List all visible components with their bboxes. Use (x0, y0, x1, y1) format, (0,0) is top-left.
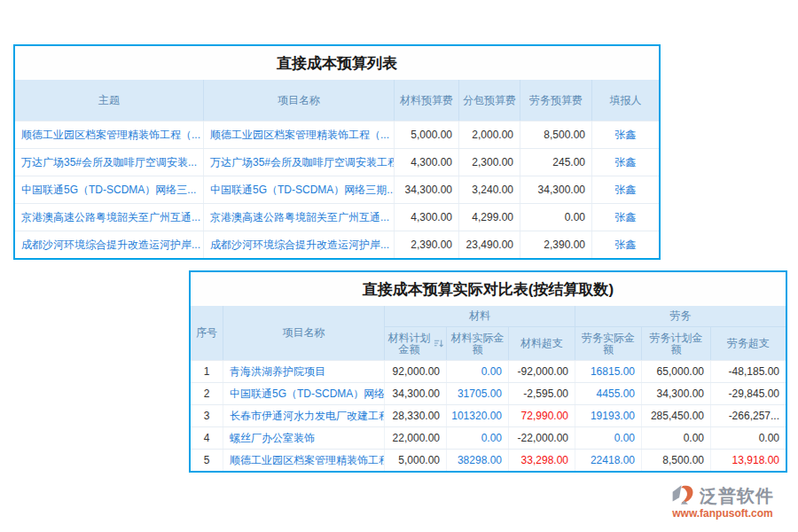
cell-seq: 1 (191, 361, 223, 382)
cell-material-over: -22,000.00 (509, 427, 575, 449)
cell-reporter[interactable]: 张鑫 (592, 149, 659, 176)
cell-material-budget: 4,300.00 (395, 149, 459, 176)
header-subcontract-budget: 分包预算费 (459, 80, 520, 121)
cell-reporter[interactable]: 张鑫 (592, 204, 659, 231)
cell-material-plan: 28,330.00 (385, 405, 447, 426)
cell-labor-actual: 0.00 (575, 427, 642, 449)
cell-labor-plan: 65,000.00 (642, 361, 711, 382)
cell-reporter[interactable]: 张鑫 (592, 121, 659, 148)
group-header-material: 材料 (385, 306, 575, 327)
table-row: 中国联通5G（TD-SCDMA）网络三...中国联通5G（TD-SCDMA）网络… (15, 176, 659, 203)
cell-reporter[interactable]: 张鑫 (592, 231, 659, 258)
vendor-logo: 泛普软件 www.fanpusoft.com (656, 483, 789, 520)
cell-labor-budget: 34,300.00 (520, 176, 592, 203)
cell-labor-budget: 2,390.00 (520, 231, 592, 258)
budget-list-body: 顺德工业园区档案管理精装饰工程（...顺德工业园区档案管理精装饰工程（...5,… (15, 121, 659, 258)
header-material-actual: 材料实际金额 (447, 327, 509, 360)
cell-material-actual: 38298.00 (447, 450, 509, 471)
cell-seq: 3 (191, 405, 223, 426)
cell-labor-over: -48,185.00 (711, 361, 786, 382)
cell-seq: 4 (191, 427, 223, 449)
cell-material-plan: 92,000.00 (385, 361, 447, 382)
cell-subcontract-budget: 2,300.00 (459, 149, 520, 176)
cell-material-over: -2,595.00 (509, 383, 575, 404)
cell-labor-over: -29,845.00 (711, 383, 786, 404)
budget-list-title: 直接成本预算列表 (15, 46, 659, 80)
cell-labor-plan: 34,300.00 (642, 383, 711, 404)
header-labor-actual: 劳务实际金额 (575, 327, 642, 360)
comparison-title: 直接成本预算实际对比表(按结算取数) (191, 272, 786, 306)
cell-material-budget: 2,390.00 (395, 231, 459, 258)
header-labor-over: 劳务超支 (711, 327, 786, 360)
cell-project-name[interactable]: 顺德工业园区档案管理精装饰工程 (223, 450, 385, 471)
cell-labor-plan: 0.00 (642, 427, 711, 449)
header-labor-plan: 劳务计划金额 (642, 327, 711, 360)
header-seq: 序号 (191, 306, 223, 360)
header-project-name: 项目名称 (204, 80, 395, 121)
cell-labor-plan: 8,500.00 (642, 450, 711, 471)
cell-subcontract-budget: 23,490.00 (459, 231, 520, 258)
cell-labor-actual: 22418.00 (575, 450, 642, 471)
cell-project-name[interactable]: 顺德工业园区档案管理精装饰工程（... (204, 121, 395, 148)
cell-labor-actual: 4455.00 (575, 383, 642, 404)
cell-subject[interactable]: 万达广场35#会所及咖啡厅空调安装... (15, 149, 204, 176)
cell-project-name[interactable]: 京港澳高速公路粤境韶关至广州互通... (204, 204, 395, 231)
header-material-over: 材料超支 (509, 327, 575, 360)
cell-subject[interactable]: 中国联通5G（TD-SCDMA）网络三... (15, 176, 204, 203)
cell-project-name[interactable]: 成都沙河环境综合提升改造运河护岸... (204, 231, 395, 258)
vendor-name: 泛普软件 (700, 484, 774, 508)
cell-labor-plan: 285,450.00 (642, 405, 711, 426)
cell-material-actual: 101320.00 (447, 405, 509, 426)
cell-subject[interactable]: 京港澳高速公路粤境韶关至广州互通... (15, 204, 204, 231)
cell-material-budget: 5,000.00 (395, 121, 459, 148)
cell-project-name[interactable]: 中国联通5G（TD-SCDMA）网络三期... (204, 176, 395, 203)
cell-project-name[interactable]: 青海洪湖养护院项目 (223, 361, 385, 382)
table-row: 4螺丝厂办公室装饰22,000.000.00-22,000.000.000.00… (191, 426, 786, 449)
cell-project-name[interactable]: 螺丝厂办公室装饰 (223, 427, 385, 449)
cell-subcontract-budget: 4,299.00 (459, 204, 520, 231)
table-row: 万达广场35#会所及咖啡厅空调安装...万达广场35#会所及咖啡厅空调安装工程4… (15, 148, 659, 176)
cell-material-over: 72,990.00 (509, 405, 575, 426)
table-row: 1青海洪湖养护院项目92,000.000.00-92,000.0016815.0… (191, 360, 786, 382)
sort-amount-icon[interactable] (434, 339, 443, 348)
cell-labor-actual: 19193.00 (575, 405, 642, 426)
cell-project-name[interactable]: 中国联通5G（TD-SCDMA）网络三 (223, 383, 385, 404)
table-row: 京港澳高速公路粤境韶关至广州互通...京港澳高速公路粤境韶关至广州互通...4,… (15, 203, 659, 231)
cell-material-over: -92,000.00 (509, 361, 575, 382)
cell-material-plan: 22,000.00 (385, 427, 447, 449)
cell-project-name[interactable]: 万达广场35#会所及咖啡厅空调安装工程 (204, 149, 395, 176)
cell-subject[interactable]: 顺德工业园区档案管理精装饰工程（... (15, 121, 204, 148)
table-row: 成都沙河环境综合提升改造运河护岸...成都沙河环境综合提升改造运河护岸...2,… (15, 231, 659, 258)
cell-project-name[interactable]: 长春市伊通河水力发电厂改建工程 (223, 405, 385, 426)
header-material-budget: 材料预算费 (395, 80, 459, 121)
cell-subcontract-budget: 3,240.00 (459, 176, 520, 203)
table-row: 顺德工业园区档案管理精装饰工程（...顺德工业园区档案管理精装饰工程（...5,… (15, 121, 659, 148)
cell-material-actual: 31705.00 (447, 383, 509, 404)
group-header-labor: 劳务 (575, 306, 786, 327)
comparison-body: 1青海洪湖养护院项目92,000.000.00-92,000.0016815.0… (191, 360, 786, 471)
cell-labor-over: 13,918.00 (711, 450, 786, 471)
header-project: 项目名称 (223, 306, 385, 360)
cell-labor-budget: 8,500.00 (520, 121, 592, 148)
header-material-plan[interactable]: 材料计划金额 (385, 327, 447, 360)
cell-material-plan: 34,300.00 (385, 383, 447, 404)
comparison-table: 直接成本预算实际对比表(按结算取数) 序号 项目名称 材料 材料计划金额 材料实… (189, 270, 787, 473)
comparison-header: 序号 项目名称 材料 材料计划金额 材料实际金额 材料超支 劳务 (191, 306, 786, 360)
cell-subcontract-budget: 2,000.00 (459, 121, 520, 148)
cell-subject[interactable]: 成都沙河环境综合提升改造运河护岸... (15, 231, 204, 258)
cell-reporter[interactable]: 张鑫 (592, 176, 659, 203)
cell-labor-budget: 245.00 (520, 149, 592, 176)
vendor-logo-icon (671, 483, 696, 509)
budget-list-table: 直接成本预算列表 主题 项目名称 材料预算费 分包预算费 劳务预算费 填报人 顺… (13, 44, 661, 260)
header-labor-budget: 劳务预算费 (520, 80, 592, 121)
table-row: 3长春市伊通河水力发电厂改建工程28,330.00101320.0072,990… (191, 404, 786, 426)
cell-material-actual: 0.00 (447, 427, 509, 449)
cell-seq: 5 (191, 450, 223, 471)
budget-list-header-row: 主题 项目名称 材料预算费 分包预算费 劳务预算费 填报人 (15, 80, 659, 121)
vendor-url: www.fanpusoft.com (656, 507, 789, 520)
header-reporter: 填报人 (592, 80, 659, 121)
cell-seq: 2 (191, 383, 223, 404)
header-subject: 主题 (15, 80, 204, 121)
table-row: 5顺德工业园区档案管理精装饰工程5,000.0038298.0033,298.0… (191, 449, 786, 471)
cell-labor-over: 0.00 (711, 427, 786, 449)
